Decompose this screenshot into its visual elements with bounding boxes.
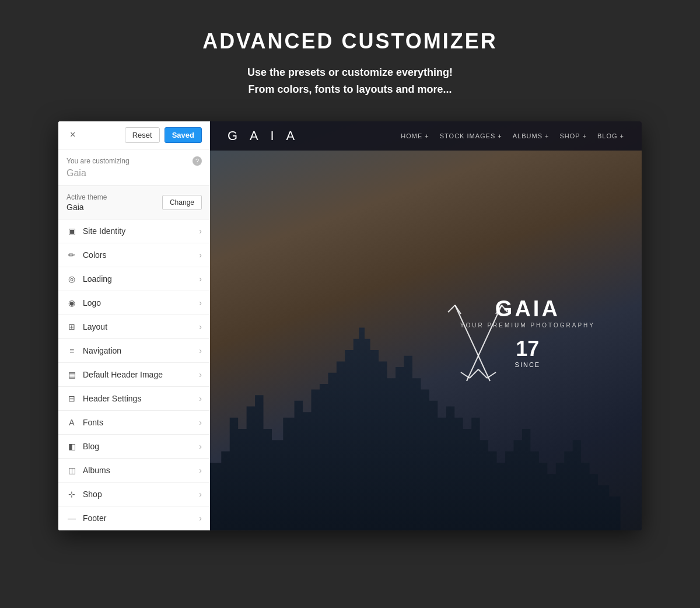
menu-item-icon-loading: ◎ bbox=[66, 274, 77, 284]
menu-item-label-shop: Shop bbox=[83, 490, 102, 499]
page-title: ADVANCED CUSTOMIZER bbox=[202, 29, 498, 54]
preview-site-tagline: YOUR PREMIUM PHOTOGRAPHY bbox=[460, 322, 595, 329]
menu-item-arrow-colors: › bbox=[199, 250, 202, 260]
active-theme-name: Gaia bbox=[66, 202, 107, 212]
menu-item-label-albums: Albums bbox=[83, 466, 110, 475]
menu-item-left: A Fonts bbox=[66, 418, 103, 427]
menu-item-icon-logo: ◉ bbox=[66, 298, 77, 308]
menu-item-icon-albums: ◫ bbox=[66, 466, 77, 475]
customizer-panel: × Reset Saved You are customizing ? Gaia… bbox=[58, 121, 210, 530]
menu-item-shop[interactable]: ⊹ Shop › bbox=[58, 483, 210, 506]
preview-site-title: GAIA bbox=[460, 298, 595, 320]
menu-item-left: ⊹ Shop bbox=[66, 490, 102, 499]
preview-nav-links: HOME +STOCK IMAGES +ALBUMS +SHOP +BLOG + bbox=[401, 132, 624, 139]
menu-item-albums[interactable]: ◫ Albums › bbox=[58, 459, 210, 483]
customizing-label: You are customizing ? bbox=[66, 156, 202, 166]
menu-item-label-header-settings: Header Settings bbox=[83, 394, 141, 403]
menu-item-icon-colors: ✏ bbox=[66, 250, 77, 260]
menu-item-arrow-albums: › bbox=[199, 466, 202, 475]
header-actions: Reset Saved bbox=[125, 127, 202, 143]
menu-item-site-identity[interactable]: ▣ Site Identity › bbox=[58, 219, 210, 243]
menu-item-fonts[interactable]: A Fonts › bbox=[58, 411, 210, 435]
theme-info: Active theme Gaia Change bbox=[58, 186, 210, 219]
menu-item-layout[interactable]: ⊞ Layout › bbox=[58, 315, 210, 339]
menu-item-label-layout: Layout bbox=[83, 322, 107, 331]
menu-item-left: ◧ Blog bbox=[66, 442, 99, 451]
menu-item-arrow-shop: › bbox=[199, 490, 202, 499]
menu-item-label-footer: Footer bbox=[83, 513, 106, 523]
menu-item-left: ✏ Colors bbox=[66, 250, 106, 260]
menu-item-left: ≡ Navigation bbox=[66, 346, 121, 355]
menu-item-icon-default-header-image: ▤ bbox=[66, 370, 77, 379]
menu-item-loading[interactable]: ◎ Loading › bbox=[58, 267, 210, 291]
menu-item-arrow-header-settings: › bbox=[199, 394, 202, 403]
preview-area: G A I A HOME +STOCK IMAGES +ALBUMS +SHOP… bbox=[210, 121, 642, 530]
page-subtitle: Use the presets or customize everything!… bbox=[247, 64, 453, 98]
active-theme-label: Active theme bbox=[66, 193, 107, 201]
menu-item-arrow-default-header-image: › bbox=[199, 370, 202, 379]
menu-item-icon-footer: — bbox=[66, 513, 77, 523]
menu-item-navigation[interactable]: ≡ Navigation › bbox=[58, 339, 210, 363]
preview-content: GAIA YOUR PREMIUM PHOTOGRAPHY 17 SINCE bbox=[460, 298, 595, 368]
svg-line-5 bbox=[461, 372, 470, 378]
menu-item-left: ◫ Albums bbox=[66, 466, 110, 475]
menu-item-label-blog: Blog bbox=[83, 442, 99, 451]
preview-since: SINCE bbox=[460, 361, 595, 368]
menu-item-arrow-blog: › bbox=[199, 442, 202, 451]
menu-items: ▣ Site Identity › ✏ Colors › ◎ Loading ›… bbox=[58, 219, 210, 530]
menu-item-left: ⊟ Header Settings bbox=[66, 394, 141, 403]
menu-item-icon-fonts: A bbox=[66, 418, 77, 427]
nav-link: HOME + bbox=[401, 132, 429, 139]
menu-item-logo[interactable]: ◉ Logo › bbox=[58, 291, 210, 315]
menu-item-label-loading: Loading bbox=[83, 274, 112, 284]
menu-item-blog[interactable]: ◧ Blog › bbox=[58, 435, 210, 459]
customizer-wrapper: × Reset Saved You are customizing ? Gaia… bbox=[58, 121, 642, 530]
theme-details: Active theme Gaia bbox=[66, 193, 107, 212]
menu-item-default-header-image[interactable]: ▤ Default Header Image › bbox=[58, 363, 210, 387]
close-button[interactable]: × bbox=[66, 128, 79, 141]
menu-item-arrow-navigation: › bbox=[199, 346, 202, 355]
menu-item-icon-layout: ⊞ bbox=[66, 322, 77, 331]
menu-item-footer[interactable]: — Footer › bbox=[58, 506, 210, 530]
menu-item-label-fonts: Fonts bbox=[83, 418, 103, 427]
svg-line-8 bbox=[448, 305, 455, 312]
nav-link: STOCK IMAGES + bbox=[440, 132, 502, 139]
menu-item-icon-navigation: ≡ bbox=[66, 346, 77, 355]
menu-item-label-default-header-image: Default Header Image bbox=[83, 370, 163, 379]
help-icon[interactable]: ? bbox=[192, 156, 202, 166]
menu-item-colors[interactable]: ✏ Colors › bbox=[58, 243, 210, 267]
reset-button[interactable]: Reset bbox=[125, 127, 160, 143]
menu-item-arrow-layout: › bbox=[199, 322, 202, 331]
saved-button[interactable]: Saved bbox=[164, 127, 202, 143]
svg-line-3 bbox=[487, 372, 496, 378]
preview-number: 17 bbox=[460, 337, 595, 361]
menu-item-arrow-footer: › bbox=[199, 513, 202, 523]
panel-header: × Reset Saved bbox=[58, 121, 210, 149]
menu-item-left: ⊞ Layout bbox=[66, 322, 107, 331]
menu-item-label-navigation: Navigation bbox=[83, 346, 121, 355]
menu-item-left: ▤ Default Header Image bbox=[66, 370, 163, 379]
menu-item-arrow-site-identity: › bbox=[199, 226, 202, 236]
nav-link: BLOG + bbox=[597, 132, 624, 139]
menu-item-left: ◉ Logo bbox=[66, 298, 101, 308]
preview-logo: G A I A bbox=[228, 128, 299, 144]
menu-item-arrow-loading: › bbox=[199, 274, 202, 284]
menu-item-icon-header-settings: ⊟ bbox=[66, 394, 77, 403]
menu-item-icon-site-identity: ▣ bbox=[66, 226, 77, 236]
menu-item-icon-shop: ⊹ bbox=[66, 490, 77, 499]
menu-item-left: — Footer bbox=[66, 513, 106, 523]
menu-item-label-colors: Colors bbox=[83, 250, 106, 260]
menu-item-arrow-logo: › bbox=[199, 298, 202, 308]
menu-item-left: ▣ Site Identity bbox=[66, 226, 125, 236]
preview-nav: G A I A HOME +STOCK IMAGES +ALBUMS +SHOP… bbox=[210, 121, 642, 151]
menu-item-label-site-identity: Site Identity bbox=[83, 226, 125, 236]
menu-item-header-settings[interactable]: ⊟ Header Settings › bbox=[58, 387, 210, 411]
change-theme-button[interactable]: Change bbox=[162, 195, 202, 210]
menu-item-icon-blog: ◧ bbox=[66, 442, 77, 451]
nav-link: ALBUMS + bbox=[513, 132, 550, 139]
menu-item-label-logo: Logo bbox=[83, 298, 101, 308]
site-name: Gaia bbox=[66, 168, 202, 179]
panel-info: You are customizing ? Gaia bbox=[58, 149, 210, 186]
menu-item-left: ◎ Loading bbox=[66, 274, 112, 284]
nav-link: SHOP + bbox=[559, 132, 586, 139]
